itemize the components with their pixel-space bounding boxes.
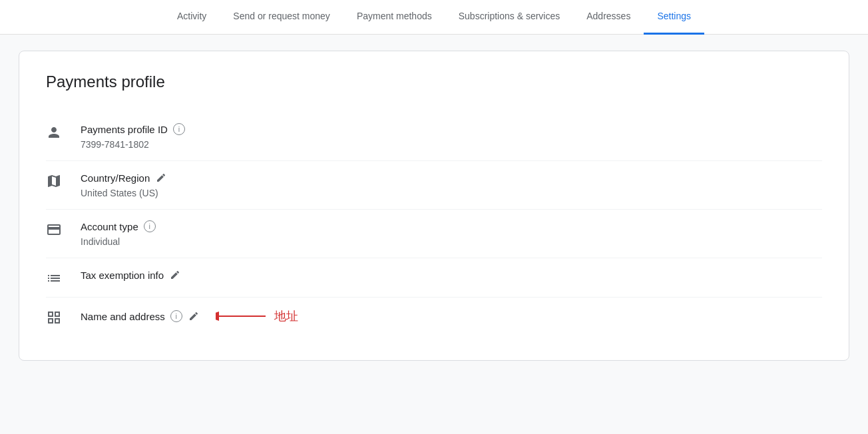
profile-id-section: Payments profile ID i 7399-7841-1802 xyxy=(46,112,822,161)
profile-id-content: Payments profile ID i 7399-7841-1802 xyxy=(81,123,822,150)
person-icon xyxy=(46,124,62,140)
name-address-label: Name and address xyxy=(81,311,165,322)
address-annotation: 地址 xyxy=(216,308,298,324)
red-arrow xyxy=(216,310,269,323)
tax-exemption-edit-icon[interactable] xyxy=(169,269,181,281)
account-type-info-icon[interactable]: i xyxy=(144,220,156,232)
nav-subscriptions[interactable]: Subscriptions & services xyxy=(445,0,574,35)
country-label: Country/Region xyxy=(81,172,150,184)
country-value: United States (US) xyxy=(81,188,822,198)
nav-payment-methods[interactable]: Payment methods xyxy=(343,0,445,35)
profile-id-label: Payments profile ID xyxy=(81,124,168,135)
account-type-icon-col xyxy=(46,220,81,238)
profile-id-value: 7399-7841-1802 xyxy=(81,139,822,150)
country-content: Country/Region United States (US) xyxy=(81,172,822,198)
top-navigation: Activity Send or request money Payment m… xyxy=(0,0,868,35)
account-type-section: Account type i Individual xyxy=(46,210,822,258)
nav-addresses[interactable]: Addresses xyxy=(573,0,644,35)
tax-exemption-icon-col xyxy=(46,269,81,286)
name-address-title-row: Name and address i xyxy=(81,308,822,324)
map-icon xyxy=(46,173,62,189)
profile-id-title-row: Payments profile ID i xyxy=(81,123,822,135)
nav-settings[interactable]: Settings xyxy=(644,0,704,35)
chinese-label: 地址 xyxy=(274,308,298,324)
list-icon xyxy=(46,270,62,286)
nav-send-request[interactable]: Send or request money xyxy=(220,0,343,35)
name-address-info-icon[interactable]: i xyxy=(170,310,182,322)
country-icon-col xyxy=(46,172,81,189)
name-address-section: Name and address i xyxy=(46,298,822,339)
page-title: Payments profile xyxy=(46,73,822,91)
name-address-icon-col xyxy=(46,308,81,326)
main-content: Payments profile Payments profile ID i 7… xyxy=(8,35,860,371)
profile-id-icon-col xyxy=(46,123,81,140)
payments-profile-card: Payments profile Payments profile ID i 7… xyxy=(19,51,849,361)
nav-activity[interactable]: Activity xyxy=(164,0,220,35)
grid-icon xyxy=(46,310,62,326)
tax-exemption-title-row: Tax exemption info xyxy=(81,269,822,281)
account-type-label: Account type xyxy=(81,221,138,232)
name-address-content: Name and address i xyxy=(81,308,822,328)
country-edit-icon[interactable] xyxy=(155,172,167,184)
account-card-icon xyxy=(46,222,62,238)
profile-id-info-icon[interactable]: i xyxy=(173,123,185,135)
account-type-value: Individual xyxy=(81,236,822,247)
tax-exemption-content: Tax exemption info xyxy=(81,269,822,285)
tax-exemption-section: Tax exemption info xyxy=(46,258,822,298)
account-type-title-row: Account type i xyxy=(81,220,822,232)
tax-exemption-label: Tax exemption info xyxy=(81,270,164,281)
account-type-content: Account type i Individual xyxy=(81,220,822,247)
country-title-row: Country/Region xyxy=(81,172,822,184)
name-address-edit-icon[interactable] xyxy=(188,310,200,322)
country-region-section: Country/Region United States (US) xyxy=(46,161,822,210)
